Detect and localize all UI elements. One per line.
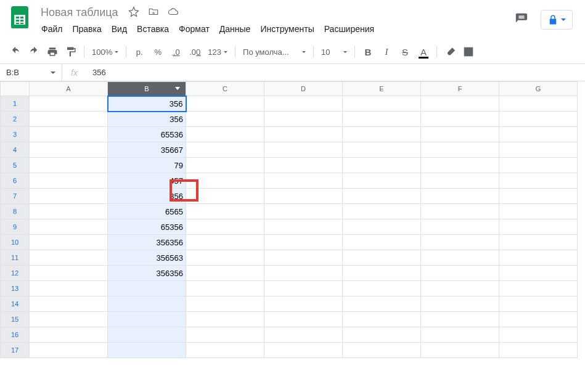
column-header[interactable]: A — [30, 82, 108, 96]
cell[interactable]: 65356 — [108, 219, 186, 235]
cell[interactable] — [186, 235, 264, 250]
row-header[interactable]: 2 — [1, 112, 30, 127]
cell[interactable] — [421, 343, 499, 358]
cell[interactable] — [264, 96, 343, 112]
cell[interactable] — [421, 189, 499, 204]
cell[interactable] — [108, 327, 186, 343]
text-color-button[interactable]: A — [415, 44, 432, 60]
cell[interactable]: 356563 — [108, 250, 186, 266]
cell[interactable] — [421, 266, 499, 281]
cell[interactable] — [30, 296, 108, 312]
cell[interactable] — [30, 327, 108, 343]
zoom-dropdown[interactable]: 100% — [89, 44, 121, 60]
cell[interactable] — [499, 343, 578, 358]
star-icon[interactable] — [128, 6, 139, 19]
sheets-logo[interactable] — [7, 5, 32, 30]
cell[interactable] — [186, 327, 264, 343]
menu-item[interactable]: Данные — [215, 22, 255, 36]
share-button[interactable] — [541, 10, 573, 30]
row-header[interactable]: 5 — [1, 158, 30, 173]
row-header[interactable]: 15 — [1, 312, 30, 327]
cell[interactable] — [186, 312, 264, 327]
menu-item[interactable]: Вставка — [133, 22, 173, 36]
cell[interactable] — [343, 281, 421, 296]
cell[interactable] — [264, 142, 343, 158]
menu-item[interactable]: Файл — [37, 22, 67, 36]
cell[interactable] — [30, 312, 108, 327]
cell[interactable] — [499, 142, 578, 158]
cell[interactable] — [343, 158, 421, 173]
cell[interactable]: 356 — [108, 112, 186, 127]
cell[interactable] — [421, 173, 499, 189]
cell[interactable] — [421, 219, 499, 235]
increase-decimal-button[interactable]: .00→ — [187, 44, 203, 60]
cell[interactable] — [499, 158, 578, 173]
cell[interactable] — [186, 281, 264, 296]
cell[interactable] — [264, 281, 343, 296]
cell[interactable]: 6565 — [108, 204, 186, 219]
cell[interactable] — [186, 173, 264, 189]
cell[interactable]: 356356 — [108, 266, 186, 281]
cell[interactable] — [499, 250, 578, 266]
cell[interactable] — [421, 250, 499, 266]
row-header[interactable]: 8 — [1, 204, 30, 219]
cell[interactable] — [186, 112, 264, 127]
cell[interactable] — [264, 250, 343, 266]
cell[interactable] — [343, 327, 421, 343]
cell[interactable]: 65536 — [108, 127, 186, 142]
cell[interactable] — [30, 204, 108, 219]
cell[interactable] — [108, 281, 186, 296]
row-header[interactable]: 6 — [1, 173, 30, 189]
row-header[interactable]: 1 — [1, 96, 30, 112]
cell[interactable] — [343, 189, 421, 204]
row-header[interactable]: 4 — [1, 142, 30, 158]
cell[interactable]: 457 — [108, 173, 186, 189]
fill-color-button[interactable] — [442, 44, 458, 60]
cell[interactable] — [264, 266, 343, 281]
cell[interactable] — [343, 312, 421, 327]
cell[interactable] — [30, 173, 108, 189]
decrease-decimal-button[interactable]: .0← — [168, 44, 184, 60]
cell[interactable] — [343, 112, 421, 127]
move-folder-icon[interactable] — [148, 6, 159, 19]
cell[interactable] — [421, 204, 499, 219]
cell[interactable] — [30, 235, 108, 250]
column-header[interactable]: E — [343, 82, 421, 96]
cell[interactable] — [264, 189, 343, 204]
cell[interactable] — [30, 343, 108, 358]
cell[interactable] — [108, 343, 186, 358]
column-header[interactable]: G — [499, 82, 578, 96]
cell[interactable] — [421, 312, 499, 327]
cell[interactable] — [186, 127, 264, 142]
cell[interactable] — [30, 266, 108, 281]
cell[interactable] — [343, 266, 421, 281]
cell[interactable] — [108, 312, 186, 327]
cell[interactable] — [421, 235, 499, 250]
cell[interactable] — [186, 189, 264, 204]
menu-item[interactable]: Вид — [107, 22, 131, 36]
cell[interactable] — [499, 189, 578, 204]
cell[interactable] — [421, 158, 499, 173]
row-header[interactable]: 13 — [1, 281, 30, 296]
cell[interactable]: 79 — [108, 158, 186, 173]
row-header[interactable]: 7 — [1, 189, 30, 204]
cell[interactable] — [264, 235, 343, 250]
row-header[interactable]: 17 — [1, 343, 30, 358]
print-button[interactable] — [44, 44, 60, 60]
menu-item[interactable]: Расширения — [320, 22, 378, 36]
cell[interactable] — [421, 96, 499, 112]
font-size-dropdown[interactable]: 10 — [319, 44, 350, 60]
cell[interactable] — [186, 204, 264, 219]
cell[interactable] — [30, 112, 108, 127]
strikethrough-button[interactable]: S — [397, 44, 413, 60]
cell[interactable] — [30, 158, 108, 173]
spreadsheet-grid[interactable]: ABCDEFG135623563655364356675796457735686… — [0, 81, 578, 358]
italic-button[interactable]: I — [378, 44, 395, 60]
cell[interactable] — [499, 112, 578, 127]
cell[interactable] — [499, 312, 578, 327]
cell[interactable] — [343, 250, 421, 266]
cell[interactable] — [30, 142, 108, 158]
cell[interactable] — [499, 281, 578, 296]
cell[interactable] — [343, 173, 421, 189]
bold-button[interactable]: B — [360, 44, 376, 60]
